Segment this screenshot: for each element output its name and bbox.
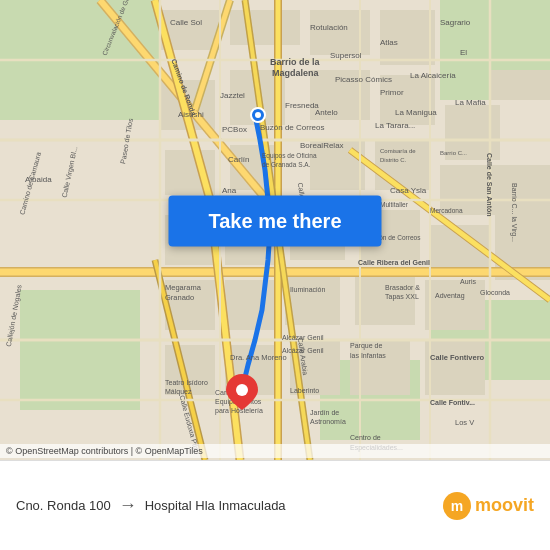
bottom-bar: Cno. Ronda 100 → Hospital Hla Inmaculada… (0, 460, 550, 550)
label-dra-ana: Dra. Ana Moreno (230, 353, 287, 362)
label-auris: Auris (460, 278, 476, 285)
route-arrow: → (119, 495, 137, 516)
label-adventag: Adventag (435, 292, 465, 300)
svg-point-1 (236, 384, 248, 396)
label-astronomia: Astronomía (310, 418, 346, 425)
label-teatro: Teatro Isídoro (165, 379, 208, 386)
label-la-manigua: La Manigua (395, 108, 437, 117)
label-megarama: Megarama (165, 283, 202, 292)
label-equipos2: de Granada S.A. (262, 161, 311, 168)
map-container: Rotulación Calle Sol Supersol Atlas Sagr… (0, 0, 550, 460)
label-calle-ribera: Calle Ribera del Genil (358, 259, 430, 266)
block (425, 280, 485, 330)
label-mercadona: Mercadona (430, 207, 463, 214)
label-casa-ysla: Casa Ysla (390, 186, 427, 195)
label-gloconda: Gloconda (480, 289, 510, 296)
moovit-text: moovit (475, 495, 534, 516)
label-buzon: Buzón de Correos (260, 123, 324, 132)
label-calle-sol: Calle Sol (170, 18, 202, 27)
label-atlas: Atlas (380, 38, 398, 47)
label-calle-san-anton: Calle de San Antón (486, 153, 493, 217)
label-los-v: Los V (455, 418, 474, 427)
label-supersol: Supersol (330, 51, 362, 60)
moovit-logo: m moovit (443, 492, 534, 520)
label-jardin: Jardín de (310, 409, 339, 416)
label-barrio-virg: Barrio C... (440, 150, 467, 156)
label-el: El (460, 48, 467, 57)
label-alcaiceria: La Alcaicería (410, 71, 456, 80)
label-carlin: Carlín (228, 155, 249, 164)
label-multitaller: Multitaller (380, 201, 409, 208)
take-me-there-button[interactable]: Take me there (168, 195, 381, 246)
block (490, 70, 550, 100)
block (230, 10, 300, 45)
label-equipos: Equipos de Oficina (262, 152, 317, 160)
label-calle-fontivero2: Calle Fontiv... (430, 399, 475, 406)
osm-attribution: © OpenStreetMap contributors | © OpenMap… (0, 444, 550, 458)
park-area-2 (20, 290, 140, 410)
label-borealrelax: BorealRelax (300, 141, 344, 150)
label-granado: Granado (165, 293, 194, 302)
label-rotulacion: Rotulación (310, 23, 348, 32)
label-centro: Centro de (350, 434, 381, 441)
label-magdalena2: Magdalena (272, 68, 320, 78)
label-parque: Parque de (350, 342, 382, 350)
label-barrio-magdalena: Barrio de la (270, 57, 321, 67)
label-tapas: Tapas XXL (385, 293, 419, 301)
label-hoteleria: para Hostelería (215, 407, 263, 415)
label-picasso: Picasso Cómics (335, 75, 392, 84)
route-from: Cno. Ronda 100 (16, 498, 111, 513)
label-iluminacion: Iluminación (290, 286, 326, 293)
route-to: Hospital Hla Inmaculada (145, 498, 286, 513)
block (355, 275, 415, 325)
block (425, 340, 485, 395)
block (225, 280, 275, 330)
label-jazztel: Jazztel (220, 91, 245, 100)
label-antelo: Antelo (315, 108, 338, 117)
label-parque2: las Infantas (350, 352, 386, 359)
origin-inner (255, 112, 261, 118)
label-pcbox: PCBox (222, 125, 247, 134)
label-malquez: Málquez (165, 388, 192, 396)
svg-text:m: m (451, 498, 463, 514)
label-brasador: Brasador & (385, 284, 420, 291)
moovit-icon: m (443, 492, 471, 520)
label-la-mafia: La Mafia (455, 98, 486, 107)
label-primor: Primor (380, 88, 404, 97)
label-ana: Ana (222, 186, 237, 195)
label-barrio-virgen-right: Barrio C... la Virg... (510, 183, 518, 242)
label-comisaria2: Distrito C. (380, 157, 407, 163)
label-calle-fontivero: Calle Fontivero (430, 353, 485, 362)
label-laberinto: Laberinto (290, 387, 319, 394)
label-aisushi: Aisushi (178, 110, 204, 119)
label-comisaria: Comisaría de (380, 148, 416, 154)
label-sagrario: Sagrario (440, 18, 471, 27)
label-la-tarara: La Tarara... (375, 121, 415, 130)
